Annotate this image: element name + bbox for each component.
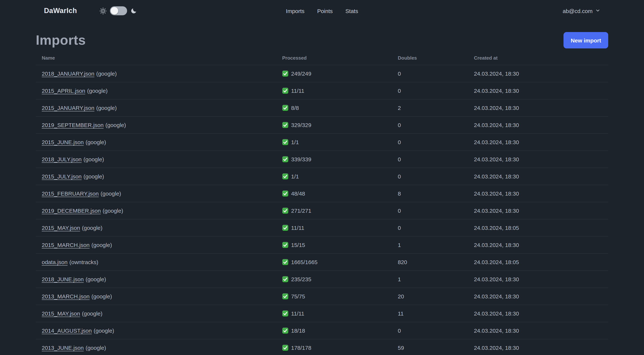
import-source: (google)	[87, 87, 108, 94]
user-menu[interactable]: ab@cd.com	[562, 7, 600, 14]
name-cell: odata.json(owntracks)	[36, 254, 276, 271]
doubles-count: 0	[392, 219, 468, 236]
nav-link-points[interactable]: Points	[317, 8, 332, 14]
import-source: (google)	[86, 139, 106, 145]
import-file-link[interactable]: 2018_JULY.json	[42, 156, 82, 162]
doubles-count: 1	[392, 236, 468, 254]
import-file-link[interactable]: odata.json	[42, 259, 68, 265]
table-row: 2015_MARCH.json(google) 15/15 1 24.03.20…	[36, 236, 608, 254]
import-file-link[interactable]: 2015_JANUARY.json	[42, 105, 94, 111]
table-header: Name Processed Doubles Created at	[36, 49, 608, 65]
theme-switch-knob	[110, 7, 118, 14]
check-icon	[282, 311, 288, 317]
processed-count: 329/329	[291, 122, 311, 128]
import-source: (google)	[92, 242, 112, 248]
created-at: 24.03.2024, 18:30	[468, 322, 608, 339]
import-file-link[interactable]: 2015_MARCH.json	[42, 242, 90, 248]
app-root: DaWarIch	[0, 0, 644, 355]
table-row: 2015_JULY.json(google) 1/1 0 24.03.2024,…	[36, 168, 608, 185]
name-cell: 2015_JANUARY.json(google)	[36, 99, 276, 116]
doubles-count: 0	[392, 65, 468, 82]
processed-cell: 18/18	[276, 322, 392, 339]
import-file-link[interactable]: 2015_MAY.json	[42, 225, 80, 231]
created-at: 24.03.2024, 18:30	[468, 168, 608, 185]
doubles-count: 0	[392, 116, 468, 134]
import-file-link[interactable]: 2015_FEBRUARY.json	[42, 190, 99, 197]
import-file-link[interactable]: 2015_APRIL.json	[42, 87, 85, 94]
created-at: 24.03.2024, 18:05	[468, 219, 608, 236]
import-file-link[interactable]: 2015_JUNE.json	[42, 139, 84, 145]
nav-link-stats[interactable]: Stats	[346, 8, 358, 14]
check-icon	[282, 242, 288, 248]
processed-cell: 178/178	[276, 339, 392, 355]
table-row: 2019_SEPTEMBER.json(google) 329/329 0 24…	[36, 116, 608, 134]
name-cell: 2015_FEBRUARY.json(google)	[36, 185, 276, 202]
import-file-link[interactable]: 2014_AUGUST.json	[42, 328, 92, 334]
processed-cell: 11/11	[276, 82, 392, 99]
column-header-created-at: Created at	[468, 49, 608, 65]
theme-switch[interactable]	[110, 6, 127, 15]
import-source: (google)	[82, 225, 102, 231]
name-cell: 2014_AUGUST.json(google)	[36, 322, 276, 339]
moon-icon	[130, 7, 137, 14]
table-row: 2018_JANUARY.json(google) 249/249 0 24.0…	[36, 65, 608, 82]
import-file-link[interactable]: 2013_MARCH.json	[42, 293, 90, 300]
main-content: Imports New import Name Processed Double…	[0, 31, 644, 355]
table-row: 2015_FEBRUARY.json(google) 48/48 8 24.03…	[36, 185, 608, 202]
name-cell: 2018_JANUARY.json(google)	[36, 65, 276, 82]
import-file-link[interactable]: 2018_JUNE.json	[42, 276, 84, 282]
import-file-link[interactable]: 2013_JUNE.json	[42, 345, 84, 351]
doubles-count: 0	[392, 168, 468, 185]
processed-count: 18/18	[291, 328, 305, 334]
processed-cell: 249/249	[276, 65, 392, 82]
check-icon	[282, 105, 288, 111]
import-source: (google)	[100, 190, 121, 197]
import-source: (google)	[84, 173, 104, 180]
processed-count: 178/178	[291, 345, 311, 351]
processed-cell: 1/1	[276, 134, 392, 151]
processed-cell: 15/15	[276, 236, 392, 254]
check-icon	[282, 259, 288, 265]
nav-link-imports[interactable]: Imports	[286, 8, 304, 14]
processed-cell: 339/339	[276, 151, 392, 168]
processed-count: 8/8	[291, 105, 299, 111]
check-icon	[282, 71, 288, 77]
theme-toggle	[99, 6, 137, 15]
doubles-count: 11	[392, 305, 468, 322]
column-header-name: Name	[36, 49, 276, 65]
processed-cell: 8/8	[276, 99, 392, 116]
app-logo[interactable]: DaWarIch	[44, 7, 77, 15]
name-cell: 2019_DECEMBER.json(google)	[36, 202, 276, 219]
table-row: 2018_JULY.json(google) 339/339 0 24.03.2…	[36, 151, 608, 168]
processed-count: 15/15	[291, 242, 305, 248]
name-cell: 2018_JUNE.json(google)	[36, 271, 276, 288]
processed-cell: 235/235	[276, 271, 392, 288]
import-file-link[interactable]: 2018_JANUARY.json	[42, 70, 94, 77]
check-icon	[282, 345, 288, 351]
processed-cell: 271/271	[276, 202, 392, 219]
main-nav: Imports Points Stats	[286, 8, 358, 14]
import-file-link[interactable]: 2015_MAY.json	[42, 310, 80, 317]
doubles-count: 0	[392, 322, 468, 339]
table-row: 2015_MAY.json(google) 11/11 11 24.03.202…	[36, 305, 608, 322]
import-file-link[interactable]: 2015_JULY.json	[42, 173, 82, 180]
new-import-button[interactable]: New import	[564, 32, 608, 48]
check-icon	[282, 276, 288, 283]
import-source: (google)	[94, 328, 114, 334]
processed-count: 339/339	[291, 156, 311, 162]
navbar: DaWarIch	[0, 0, 644, 21]
import-source: (google)	[92, 293, 112, 300]
import-file-link[interactable]: 2019_SEPTEMBER.json	[42, 122, 104, 128]
check-icon	[282, 156, 288, 163]
name-cell: 2019_SEPTEMBER.json(google)	[36, 116, 276, 134]
navbar-left: DaWarIch	[44, 6, 137, 15]
created-at: 24.03.2024, 18:30	[468, 99, 608, 116]
name-cell: 2013_MARCH.json(google)	[36, 288, 276, 305]
import-source: (google)	[103, 208, 123, 214]
table-row: 2015_JANUARY.json(google) 8/8 2 24.03.20…	[36, 99, 608, 116]
table-row: 2015_JUNE.json(google) 1/1 0 24.03.2024,…	[36, 134, 608, 151]
sun-icon	[99, 7, 106, 14]
page-head: Imports New import	[36, 31, 608, 49]
column-header-doubles: Doubles	[392, 49, 468, 65]
import-file-link[interactable]: 2019_DECEMBER.json	[42, 208, 101, 214]
